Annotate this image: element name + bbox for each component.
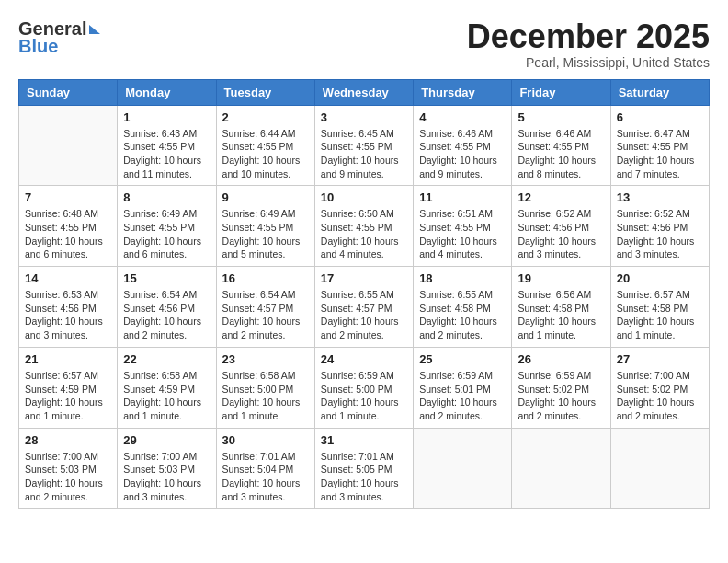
day-number: 7 [25,190,111,204]
calendar-table: SundayMondayTuesdayWednesdayThursdayFrid… [18,79,710,510]
calendar-cell: 12Sunrise: 6:52 AM Sunset: 4:56 PM Dayli… [512,186,610,267]
day-info: Sunrise: 7:00 AM Sunset: 5:03 PM Dayligh… [123,450,210,504]
logo: General Blue [18,18,100,57]
calendar-cell: 27Sunrise: 7:00 AM Sunset: 5:02 PM Dayli… [610,347,709,428]
calendar-cell: 10Sunrise: 6:50 AM Sunset: 4:55 PM Dayli… [314,186,413,267]
calendar-cell: 21Sunrise: 6:57 AM Sunset: 4:59 PM Dayli… [19,347,118,428]
day-number: 19 [518,271,604,285]
day-info: Sunrise: 7:00 AM Sunset: 5:03 PM Dayligh… [25,450,111,504]
day-info: Sunrise: 6:55 AM Sunset: 4:58 PM Dayligh… [419,288,506,342]
day-number: 20 [617,271,703,285]
day-number: 23 [222,352,309,366]
calendar-cell: 28Sunrise: 7:00 AM Sunset: 5:03 PM Dayli… [19,428,118,509]
calendar-cell: 17Sunrise: 6:55 AM Sunset: 4:57 PM Dayli… [314,267,413,348]
day-info: Sunrise: 6:49 AM Sunset: 4:55 PM Dayligh… [123,207,210,261]
calendar-cell: 18Sunrise: 6:55 AM Sunset: 4:58 PM Dayli… [414,267,512,348]
day-info: Sunrise: 7:01 AM Sunset: 5:04 PM Dayligh… [222,450,309,504]
calendar-cell: 2Sunrise: 6:44 AM Sunset: 4:55 PM Daylig… [216,105,314,186]
calendar-cell: 15Sunrise: 6:54 AM Sunset: 4:56 PM Dayli… [118,267,216,348]
day-number: 18 [419,271,506,285]
day-info: Sunrise: 6:58 AM Sunset: 5:00 PM Dayligh… [222,369,309,423]
calendar-cell: 23Sunrise: 6:58 AM Sunset: 5:00 PM Dayli… [216,347,314,428]
day-number: 25 [419,352,506,366]
day-info: Sunrise: 6:55 AM Sunset: 4:57 PM Dayligh… [321,288,407,342]
calendar-cell: 29Sunrise: 7:00 AM Sunset: 5:03 PM Dayli… [118,428,216,509]
day-info: Sunrise: 6:57 AM Sunset: 4:59 PM Dayligh… [25,369,111,423]
day-info: Sunrise: 6:59 AM Sunset: 5:00 PM Dayligh… [321,369,407,423]
calendar-cell: 1Sunrise: 6:43 AM Sunset: 4:55 PM Daylig… [118,105,216,186]
day-number: 1 [123,110,210,124]
day-number: 28 [25,433,111,447]
day-number: 6 [617,110,703,124]
day-info: Sunrise: 7:01 AM Sunset: 5:05 PM Dayligh… [321,450,407,504]
day-info: Sunrise: 6:58 AM Sunset: 4:59 PM Dayligh… [123,369,210,423]
day-number: 27 [617,352,703,366]
day-info: Sunrise: 6:46 AM Sunset: 4:55 PM Dayligh… [419,127,506,181]
day-info: Sunrise: 6:49 AM Sunset: 4:55 PM Dayligh… [222,207,309,261]
calendar-cell: 8Sunrise: 6:49 AM Sunset: 4:55 PM Daylig… [118,186,216,267]
calendar-cell: 31Sunrise: 7:01 AM Sunset: 5:05 PM Dayli… [314,428,413,509]
calendar-week-row: 21Sunrise: 6:57 AM Sunset: 4:59 PM Dayli… [19,347,710,428]
day-info: Sunrise: 6:57 AM Sunset: 4:58 PM Dayligh… [617,288,703,342]
day-number: 5 [518,110,604,124]
day-info: Sunrise: 6:51 AM Sunset: 4:55 PM Dayligh… [419,207,506,261]
day-info: Sunrise: 6:43 AM Sunset: 4:55 PM Dayligh… [123,127,210,181]
day-number: 12 [518,190,604,204]
day-number: 17 [321,271,407,285]
day-number: 21 [25,352,111,366]
day-number: 11 [419,190,506,204]
weekday-header-wednesday: Wednesday [314,79,413,105]
weekday-header-friday: Friday [512,79,610,105]
day-number: 22 [123,352,210,366]
calendar-cell: 14Sunrise: 6:53 AM Sunset: 4:56 PM Dayli… [19,267,118,348]
day-number: 4 [419,110,506,124]
day-info: Sunrise: 6:48 AM Sunset: 4:55 PM Dayligh… [25,207,111,261]
calendar-cell: 3Sunrise: 6:45 AM Sunset: 4:55 PM Daylig… [314,105,413,186]
calendar-cell [610,428,709,509]
logo-triangle-icon [89,25,100,34]
day-number: 10 [321,190,407,204]
calendar-week-row: 14Sunrise: 6:53 AM Sunset: 4:56 PM Dayli… [19,267,710,348]
calendar-cell: 19Sunrise: 6:56 AM Sunset: 4:58 PM Dayli… [512,267,610,348]
day-number: 13 [617,190,703,204]
month-title: December 2025 [467,18,710,55]
calendar-cell [512,428,610,509]
day-info: Sunrise: 6:46 AM Sunset: 4:55 PM Dayligh… [518,127,604,181]
day-number: 24 [321,352,407,366]
calendar-week-row: 28Sunrise: 7:00 AM Sunset: 5:03 PM Dayli… [19,428,710,509]
day-info: Sunrise: 6:53 AM Sunset: 4:56 PM Dayligh… [25,288,111,342]
weekday-header-row: SundayMondayTuesdayWednesdayThursdayFrid… [19,79,710,105]
day-info: Sunrise: 6:59 AM Sunset: 5:02 PM Dayligh… [518,369,604,423]
day-info: Sunrise: 6:59 AM Sunset: 5:01 PM Dayligh… [419,369,506,423]
day-info: Sunrise: 6:52 AM Sunset: 4:56 PM Dayligh… [518,207,604,261]
title-block: December 2025 Pearl, Mississippi, United… [467,18,710,70]
day-info: Sunrise: 6:52 AM Sunset: 4:56 PM Dayligh… [617,207,703,261]
calendar-cell: 20Sunrise: 6:57 AM Sunset: 4:58 PM Dayli… [610,267,709,348]
day-info: Sunrise: 7:00 AM Sunset: 5:02 PM Dayligh… [617,369,703,423]
weekday-header-monday: Monday [118,79,216,105]
day-info: Sunrise: 6:54 AM Sunset: 4:57 PM Dayligh… [222,288,309,342]
day-info: Sunrise: 6:44 AM Sunset: 4:55 PM Dayligh… [222,127,309,181]
calendar-cell: 6Sunrise: 6:47 AM Sunset: 4:55 PM Daylig… [610,105,709,186]
day-info: Sunrise: 6:50 AM Sunset: 4:55 PM Dayligh… [321,207,407,261]
page-header: General Blue December 2025 Pearl, Missis… [18,18,710,70]
calendar-cell: 26Sunrise: 6:59 AM Sunset: 5:02 PM Dayli… [512,347,610,428]
day-number: 3 [321,110,407,124]
day-number: 9 [222,190,309,204]
weekday-header-thursday: Thursday [414,79,512,105]
day-info: Sunrise: 6:54 AM Sunset: 4:56 PM Dayligh… [123,288,210,342]
day-number: 16 [222,271,309,285]
calendar-week-row: 7Sunrise: 6:48 AM Sunset: 4:55 PM Daylig… [19,186,710,267]
calendar-cell: 5Sunrise: 6:46 AM Sunset: 4:55 PM Daylig… [512,105,610,186]
day-number: 29 [123,433,210,447]
calendar-week-row: 1Sunrise: 6:43 AM Sunset: 4:55 PM Daylig… [19,105,710,186]
day-number: 8 [123,190,210,204]
weekday-header-sunday: Sunday [19,79,118,105]
weekday-header-saturday: Saturday [610,79,709,105]
weekday-header-tuesday: Tuesday [216,79,314,105]
calendar-cell: 13Sunrise: 6:52 AM Sunset: 4:56 PM Dayli… [610,186,709,267]
calendar-cell: 24Sunrise: 6:59 AM Sunset: 5:00 PM Dayli… [314,347,413,428]
day-number: 26 [518,352,604,366]
calendar-cell: 4Sunrise: 6:46 AM Sunset: 4:55 PM Daylig… [414,105,512,186]
day-number: 2 [222,110,309,124]
